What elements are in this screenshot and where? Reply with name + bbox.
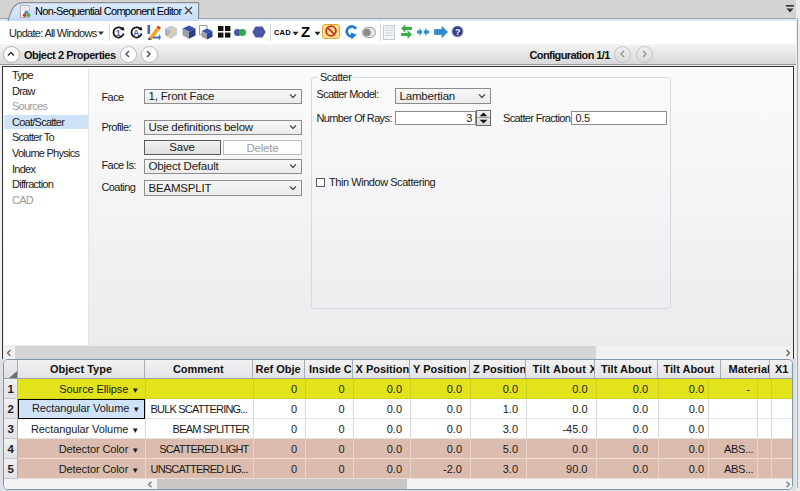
svg-text:A: A	[132, 27, 139, 37]
svg-text:?: ?	[454, 27, 459, 37]
svg-text:1: 1	[116, 27, 121, 37]
